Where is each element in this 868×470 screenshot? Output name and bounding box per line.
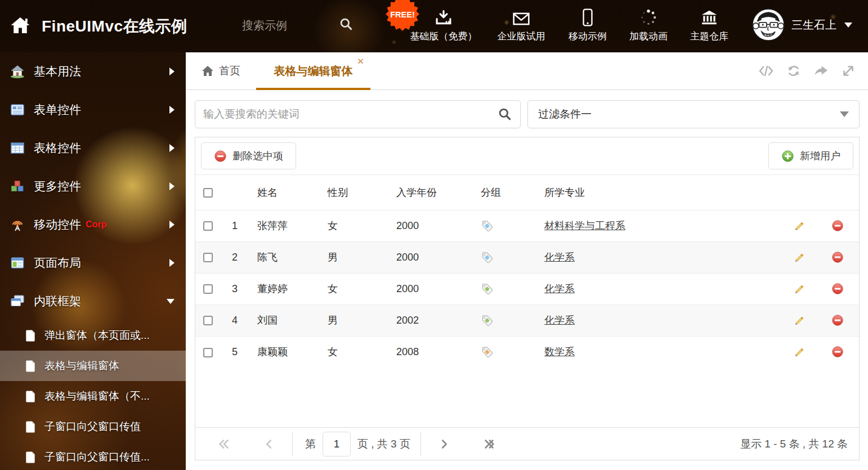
header-search-icon[interactable] [339, 17, 354, 32]
page-suffix-label: 页 , 共 3 页 [357, 437, 410, 451]
table-row[interactable]: 1 张萍萍 女 2000 材料科学与工程系 [195, 210, 859, 241]
page-icon [25, 451, 37, 464]
page-icon [25, 360, 37, 373]
add-user-button[interactable]: 新增用户 [768, 142, 853, 169]
nav-theme-store[interactable]: 主题仓库 [684, 7, 735, 43]
column-header-gender[interactable]: 性别 [317, 175, 387, 210]
table-row[interactable]: 3 董婷婷 女 2000 化学系 [195, 273, 859, 305]
bank-icon [700, 7, 718, 26]
expand-icon[interactable] [841, 64, 856, 78]
column-header-major[interactable]: 所学专业 [534, 175, 782, 210]
page-number-input[interactable] [323, 432, 351, 456]
major-link[interactable]: 化学系 [544, 283, 575, 294]
code-icon[interactable] [758, 64, 774, 78]
delete-row-icon[interactable] [831, 283, 844, 295]
major-link[interactable]: 化学系 [544, 252, 575, 263]
keyword-search-box [195, 100, 521, 128]
edit-pencil-icon[interactable] [794, 283, 806, 295]
edit-pencil-icon[interactable] [794, 315, 806, 326]
row-index: 5 [220, 336, 249, 368]
data-grid: 姓名 性别 入学年份 分组 所学专业 1 张萍萍 女 2000 [195, 175, 859, 368]
delete-row-icon[interactable] [831, 251, 844, 263]
delete-row-icon[interactable] [831, 314, 844, 326]
row-checkbox[interactable] [203, 253, 213, 262]
grid-header-row: 姓名 性别 入学年份 分组 所学专业 [195, 175, 859, 210]
chevron-right-icon [169, 259, 175, 267]
delete-row-icon[interactable] [831, 346, 844, 358]
major-link[interactable]: 材料科学与工程系 [544, 220, 625, 231]
sidebar-subitem-grid-edit-window-2[interactable]: 表格与编辑窗体（不... [0, 381, 186, 411]
major-link[interactable]: 化学系 [544, 315, 575, 326]
last-page-button[interactable] [483, 438, 495, 450]
row-checkbox[interactable] [203, 348, 213, 357]
page-icon [25, 420, 37, 433]
cell-year: 2000 [387, 241, 466, 273]
header-search-input[interactable] [242, 16, 332, 35]
sidebar-item-more-controls[interactable]: 更多控件 [0, 167, 186, 205]
tab-home[interactable]: 首页 [202, 52, 240, 89]
user-menu[interactable]: 三生石上 [752, 8, 852, 41]
refresh-icon[interactable] [786, 64, 801, 78]
chevron-down-icon [167, 299, 175, 304]
next-page-button[interactable] [438, 438, 450, 450]
column-header-group[interactable]: 分组 [466, 175, 534, 210]
top-header: FineUIMvc在线示例 FREE! 基础版（免费） 企业版试用 [0, 0, 868, 52]
sidebar-subitem-popup-window[interactable]: 弹出窗体（本页面或... [0, 320, 186, 351]
row-checkbox[interactable] [203, 316, 213, 325]
cell-year: 2008 [387, 336, 466, 368]
prev-page-button[interactable] [263, 438, 275, 450]
first-page-button[interactable] [218, 438, 230, 450]
tag-icon [481, 346, 534, 359]
cell-gender: 女 [317, 336, 387, 368]
table-row[interactable]: 4 刘国 男 2002 化学系 [195, 305, 859, 336]
tab-bar: 首页 表格与编辑窗体 × [186, 52, 868, 90]
keyword-search-input[interactable] [203, 108, 498, 120]
tab-grid-edit-window[interactable]: 表格与编辑窗体 × [256, 52, 370, 90]
share-icon[interactable] [813, 64, 829, 78]
cubes-icon [10, 179, 25, 194]
edit-pencil-icon[interactable] [794, 252, 806, 263]
edit-pencil-icon[interactable] [794, 346, 806, 358]
row-checkbox[interactable] [203, 284, 213, 294]
tab-close-icon[interactable]: × [357, 56, 364, 66]
sidebar-item-form-controls[interactable]: 表单控件 [0, 91, 186, 129]
edit-pencil-icon[interactable] [794, 220, 806, 232]
table-row[interactable]: 5 康颖颖 女 2008 数学系 [195, 336, 859, 368]
app-window: FineUIMvc在线示例 FREE! 基础版（免费） 企业版试用 [0, 0, 868, 470]
search-icon[interactable] [498, 107, 512, 122]
chevron-right-icon [169, 221, 175, 229]
sidebar-item-grid-controls[interactable]: 表格控件 [0, 129, 186, 167]
free-badge: FREE! [385, 0, 420, 32]
page-icon [25, 390, 37, 403]
filter-dropdown[interactable]: 过滤条件一 [527, 100, 860, 128]
header-nav: 基础版（免费） 企业版试用 移动示例 [407, 7, 735, 43]
chevron-right-icon [169, 144, 175, 152]
major-link[interactable]: 数学系 [544, 346, 575, 357]
sidebar-subitem-child-to-parent[interactable]: 子窗口向父窗口传值 [0, 411, 186, 442]
home-logo-icon[interactable] [9, 15, 32, 37]
column-header-year[interactable]: 入学年份 [387, 175, 466, 210]
nav-enterprise-trial[interactable]: 企业版试用 [490, 7, 552, 43]
user-name: 三生石上 [791, 17, 836, 33]
app-title: FineUIMvc在线示例 [42, 16, 187, 37]
select-all-checkbox[interactable] [203, 188, 213, 198]
column-header-name[interactable]: 姓名 [249, 175, 317, 210]
active-tab-underline [256, 88, 370, 90]
svg-text:FREE!: FREE! [390, 10, 415, 19]
nav-loading-animation[interactable]: 加载动画 [623, 7, 674, 43]
sidebar-item-basic-usage[interactable]: 基本用法 [0, 52, 186, 91]
sidebar-item-mobile-controls[interactable]: 移动控件 Corp [0, 205, 186, 244]
divider [420, 432, 421, 456]
table-row[interactable]: 2 陈飞 男 2000 化学系 [195, 241, 859, 273]
sidebar-item-iframe[interactable]: 内联框架 [0, 282, 186, 320]
nav-mobile-demo[interactable]: 移动示例 [562, 7, 613, 43]
sidebar-item-page-layout[interactable]: 页面布局 [0, 244, 186, 282]
delete-row-icon[interactable] [831, 220, 844, 232]
corp-tag: Corp [86, 220, 106, 230]
form-icon [10, 102, 25, 117]
delete-selected-button[interactable]: 删除选中项 [201, 142, 296, 169]
row-checkbox[interactable] [203, 221, 213, 231]
minus-circle-icon [214, 150, 227, 163]
sidebar-subitem-child-to-parent-2[interactable]: 子窗口向父窗口传值... [0, 442, 186, 470]
sidebar-subitem-grid-edit-window[interactable]: 表格与编辑窗体 [0, 351, 186, 381]
